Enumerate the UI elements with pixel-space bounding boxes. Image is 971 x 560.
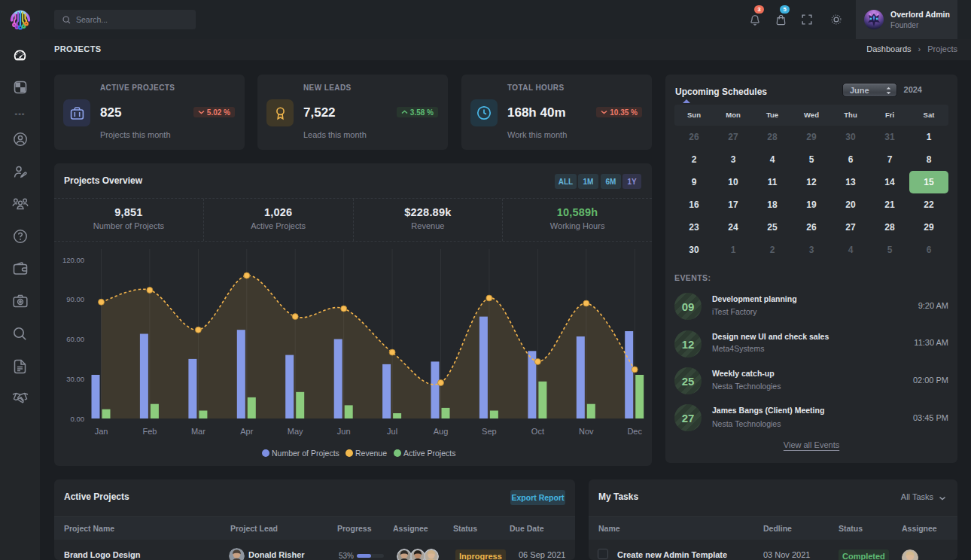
svg-text:Apr: Apr (240, 427, 253, 436)
svg-text:120.00: 120.00 (62, 256, 84, 264)
svg-text:30.00: 30.00 (66, 375, 84, 383)
svg-text:Feb: Feb (142, 427, 157, 436)
svg-text:Number of Projects: Number of Projects (272, 449, 339, 458)
svg-text:May: May (288, 427, 303, 436)
svg-text:90.00: 90.00 (66, 295, 84, 303)
svg-text:0.00: 0.00 (71, 415, 85, 423)
svg-text:Sep: Sep (482, 427, 497, 436)
svg-text:Dec: Dec (627, 427, 642, 436)
svg-text:Mar: Mar (191, 427, 205, 436)
svg-text:Active Projects: Active Projects (403, 449, 455, 458)
svg-text:60.00: 60.00 (66, 335, 84, 343)
svg-text:Jun: Jun (337, 427, 351, 436)
svg-text:Aug: Aug (434, 427, 449, 436)
svg-text:Nov: Nov (579, 427, 594, 436)
svg-text:Revenue: Revenue (355, 449, 387, 458)
svg-text:Jul: Jul (387, 427, 397, 436)
svg-text:Oct: Oct (531, 427, 544, 436)
svg-text:Jan: Jan (95, 427, 108, 436)
